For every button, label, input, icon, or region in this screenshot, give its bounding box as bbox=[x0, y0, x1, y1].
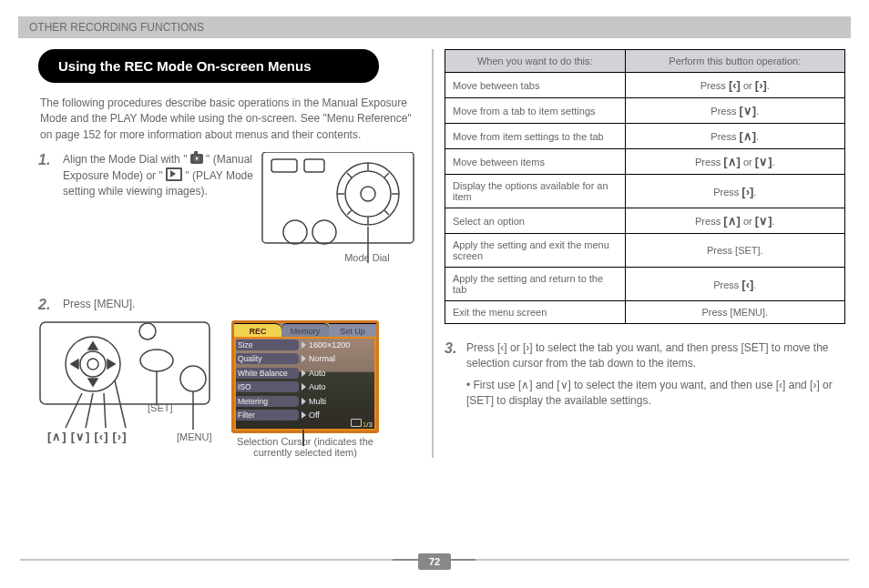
operations-table: When you want to do this: Perform this b… bbox=[445, 49, 845, 324]
set-button-label: [SET] bbox=[148, 402, 173, 413]
step-1: 1. Align the Mode Dial with " " (Manual … bbox=[38, 152, 421, 284]
right-column: When you want to do this: Perform this b… bbox=[435, 49, 845, 458]
table-row: Apply the setting and exit the menu scre… bbox=[445, 234, 845, 268]
step-list: 1. Align the Mode Dial with " " (Manual … bbox=[38, 152, 421, 313]
menu-button-label: [MENU] bbox=[177, 431, 212, 442]
screen-pager: 1/3 bbox=[351, 419, 373, 429]
mode-dial-label: Mode Dial bbox=[344, 252, 390, 263]
svg-point-2 bbox=[345, 171, 391, 217]
table-head-button: Perform this button operation: bbox=[625, 50, 844, 73]
table-row: Display the options available for an ite… bbox=[445, 175, 845, 208]
play-icon bbox=[166, 167, 182, 181]
step-2: 2. Press [MENU]. bbox=[38, 297, 421, 313]
svg-point-13 bbox=[312, 220, 336, 244]
svg-line-9 bbox=[384, 173, 389, 177]
section-title: Using the REC Mode On-screen Menus bbox=[38, 49, 379, 83]
column-divider bbox=[432, 49, 434, 458]
selection-cursor-caption: Selection Cursor (indicates the currentl… bbox=[232, 436, 378, 458]
svg-line-28 bbox=[66, 393, 82, 428]
table-row: Move from a tab to item settingsPress [∨… bbox=[445, 98, 845, 124]
svg-line-11 bbox=[384, 210, 389, 215]
screen-tab-rec: REC bbox=[234, 323, 281, 338]
svg-rect-15 bbox=[304, 159, 324, 172]
breadcrumb: OTHER RECORDING FUNCTIONS bbox=[29, 21, 204, 34]
table-row: Move between itemsPress [∧] or [∨]. bbox=[445, 149, 845, 175]
svg-point-12 bbox=[283, 220, 307, 244]
svg-line-30 bbox=[104, 393, 106, 428]
screen-figure: REC Memory Set Up Size1600×1200 QualityN… bbox=[231, 320, 379, 458]
left-column: Using the REC Mode On-screen Menus The f… bbox=[38, 49, 430, 458]
screen-tab-setup: Set Up bbox=[329, 323, 376, 338]
svg-point-27 bbox=[139, 323, 156, 340]
svg-point-26 bbox=[180, 366, 206, 391]
table-row: Exit the menu screenPress [MENU]. bbox=[445, 301, 845, 324]
step-3: 3. Press [‹] or [›] to select the tab yo… bbox=[445, 340, 845, 410]
svg-point-1 bbox=[337, 163, 399, 225]
svg-point-20 bbox=[87, 359, 98, 370]
svg-marker-22 bbox=[88, 379, 97, 386]
screen-tab-memory: Memory bbox=[281, 323, 329, 338]
svg-point-25 bbox=[140, 350, 173, 371]
table-row: Move between tabsPress [‹] or [›]. bbox=[445, 73, 845, 98]
table-row: Apply the setting and return to the tabP… bbox=[445, 268, 845, 301]
svg-marker-24 bbox=[107, 360, 115, 369]
page-content: Using the REC Mode On-screen Menus The f… bbox=[0, 38, 869, 458]
table-row: Move from item settings to the tabPress … bbox=[445, 124, 845, 149]
table-row: Select an optionPress [∧] or [∨]. bbox=[445, 208, 845, 234]
svg-rect-14 bbox=[271, 159, 297, 172]
page-number: 72 bbox=[418, 553, 451, 570]
svg-line-8 bbox=[347, 173, 352, 177]
section-intro: The following procedures describe basic … bbox=[40, 96, 419, 143]
svg-point-3 bbox=[361, 187, 375, 201]
svg-marker-23 bbox=[71, 360, 78, 369]
controller-illustration: [∧] [∨] [‹] [›] [SET] [MENU] bbox=[38, 320, 202, 443]
svg-line-29 bbox=[86, 393, 93, 428]
arrow-buttons-label: [∧] [∨] [‹] [›] bbox=[47, 430, 128, 443]
camera-icon bbox=[190, 154, 203, 164]
camera-screen: REC Memory Set Up Size1600×1200 QualityN… bbox=[231, 320, 379, 433]
table-head-action: When you want to do this: bbox=[445, 50, 626, 73]
svg-marker-21 bbox=[88, 342, 97, 350]
svg-point-19 bbox=[80, 351, 106, 377]
camera-dial-illustration: Mode Dial bbox=[261, 152, 415, 284]
header-bar: OTHER RECORDING FUNCTIONS bbox=[18, 16, 851, 38]
svg-line-10 bbox=[347, 210, 352, 215]
page-footer: 72 bbox=[0, 559, 869, 581]
controller-figure: [∧] [∨] [‹] [›] [SET] [MENU] REC Memory … bbox=[38, 320, 421, 458]
